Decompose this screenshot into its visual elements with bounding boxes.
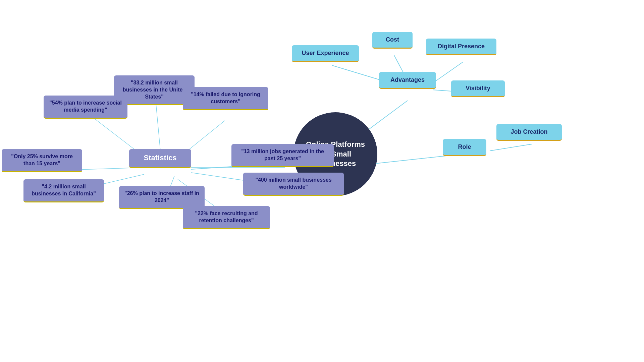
stat4-node: "Only 25% survive more than 15 years" bbox=[2, 149, 82, 172]
statistics-label: Statistics bbox=[144, 153, 177, 163]
stat5-node: "4.2 million small businesses in Califor… bbox=[23, 179, 104, 202]
mind-map: Online Platforms for Small Businesses Ad… bbox=[0, 0, 644, 362]
digital-presence-label: Digital Presence bbox=[438, 43, 485, 50]
svg-line-6 bbox=[490, 144, 532, 151]
cost-node: Cost bbox=[372, 32, 413, 49]
stat3-label: "14% failed due to ignoring customers" bbox=[188, 91, 263, 105]
job-creation-node: Job Creation bbox=[496, 124, 562, 141]
user-experience-node: User Experience bbox=[292, 45, 359, 62]
stat8-label: "13 million jobs generated in the past 2… bbox=[237, 148, 328, 162]
stat2-node: "54% plan to increase social media spend… bbox=[44, 96, 127, 119]
stat6-node: "26% plan to increase staff in 2024" bbox=[119, 186, 205, 209]
digital-presence-node: Digital Presence bbox=[426, 39, 496, 55]
cost-label: Cost bbox=[386, 36, 399, 44]
svg-line-3 bbox=[433, 62, 463, 83]
advantages-node: Advantages bbox=[379, 72, 436, 89]
role-node: Role bbox=[443, 139, 486, 156]
stat7-label: "22% face recruiting and retention chall… bbox=[188, 210, 265, 224]
job-creation-label: Job Creation bbox=[511, 128, 547, 136]
stat3-node: "14% failed due to ignoring customers" bbox=[183, 87, 268, 110]
visibility-label: Visibility bbox=[466, 84, 490, 92]
stat9-node: "400 million small businesses worldwide" bbox=[243, 173, 344, 196]
role-label: Role bbox=[458, 143, 471, 151]
stat4-label: "Only 25% survive more than 15 years" bbox=[7, 153, 77, 167]
statistics-node: Statistics bbox=[129, 149, 191, 168]
stat2-label: "54% plan to increase social media spend… bbox=[49, 100, 122, 114]
stat6-label: "26% plan to increase staff in 2024" bbox=[124, 190, 199, 204]
stat5-label: "4.2 million small businesses in Califor… bbox=[29, 183, 99, 197]
advantages-label: Advantages bbox=[390, 76, 425, 84]
stat1-label: "33.2 million small businesses in the Un… bbox=[119, 79, 189, 100]
user-experience-label: User Experience bbox=[302, 49, 349, 57]
visibility-node: Visibility bbox=[451, 80, 505, 97]
stat7-node: "22% face recruiting and retention chall… bbox=[183, 206, 270, 229]
stat9-label: "400 million small businesses worldwide" bbox=[249, 177, 338, 191]
stat8-node: "13 million jobs generated in the past 2… bbox=[231, 144, 334, 167]
